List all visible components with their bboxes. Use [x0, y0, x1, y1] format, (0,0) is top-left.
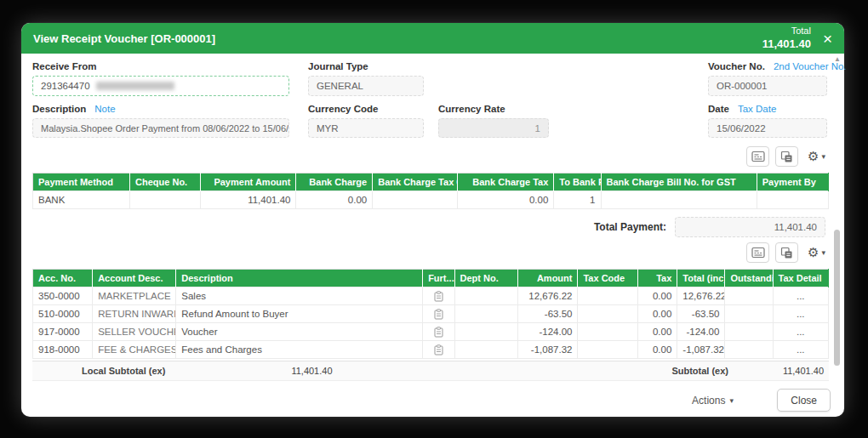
cell-tax-detail[interactable]: ...	[773, 287, 828, 305]
receive-from-label: Receive From	[32, 61, 96, 71]
view-receipt-voucher-modal: View Receipt Voucher [OR-000001] Total 1…	[21, 23, 844, 417]
cell-tax-detail[interactable]: ...	[773, 341, 828, 359]
scrollbar-thumb[interactable]	[834, 230, 840, 366]
close-icon[interactable]: ×	[823, 31, 832, 47]
lines-table-header-row: Acc. No. Account Desc. Description Furt.…	[33, 270, 829, 287]
description-field[interactable]: Malaysia.Shopee Order Payment from 08/06…	[32, 118, 289, 138]
col-amount[interactable]: Amount	[518, 270, 578, 287]
line-row: 510-0000 RETURN INWARDS Refund Amount to…	[33, 305, 829, 323]
close-button[interactable]: Close	[777, 389, 831, 412]
cell-tax-detail[interactable]: ...	[773, 323, 828, 341]
cell-account-desc: RETURN INWARDS	[93, 305, 176, 323]
col-further[interactable]: Furt...	[423, 270, 454, 287]
cell-bank-charge-tax-code	[373, 191, 458, 209]
cell-acc-no: 350-0000	[33, 287, 93, 305]
cell-bank-charge: 0.00	[296, 191, 373, 209]
col-outstanding[interactable]: Outstanding ...	[725, 270, 773, 287]
cell-further[interactable]	[423, 341, 454, 359]
cell-outstanding	[725, 287, 773, 305]
cell-acc-no: 918-0000	[33, 341, 93, 359]
local-subtotal-label: Local Subtotal (ex)	[82, 366, 165, 376]
col-tax-code[interactable]: Tax Code	[578, 270, 637, 287]
total-payment-value: 11,401.40	[774, 222, 817, 232]
col-payment-by[interactable]: Payment By	[757, 173, 828, 191]
copy-column-button[interactable]	[775, 146, 798, 167]
line-row: 917-0000 SELLER VOUCHER Voucher -124.00	[33, 323, 829, 341]
col-acc-no[interactable]: Acc. No.	[33, 270, 93, 287]
subtotal-value: 11,401.40	[728, 366, 829, 376]
grid-settings-button[interactable]: ⚙ ▾	[808, 149, 825, 164]
col-description[interactable]: Description	[176, 270, 423, 287]
cell-account-desc: FEE & CHARGES	[93, 341, 176, 359]
cell-tax-code	[578, 287, 637, 305]
card-view-button[interactable]	[746, 146, 769, 167]
cell-further[interactable]	[423, 323, 454, 341]
header-total-value: 11,401.40	[762, 37, 811, 51]
cell-total-inc: -63.50	[677, 305, 725, 323]
cell-tax: 0.00	[637, 323, 677, 341]
currency-code-field[interactable]: MYR	[308, 118, 424, 138]
subtotal-label: Subtotal (ex)	[671, 366, 728, 376]
date-field[interactable]: 15/06/2022	[708, 118, 827, 138]
subtotal-bar: Local Subtotal (ex) 11,401.40 Subtotal (…	[32, 361, 829, 381]
tax-date-link[interactable]: Tax Date	[738, 104, 776, 114]
cell-further[interactable]	[423, 287, 454, 305]
cell-cheque-no	[130, 191, 201, 209]
col-dept-no[interactable]: Dept No.	[454, 270, 518, 287]
col-bank-charge-bill-no[interactable]: Bank Charge Bill No. for GST	[601, 173, 757, 191]
description-label: Description	[32, 104, 86, 114]
copy-column-button-2[interactable]	[775, 242, 798, 263]
scroll-up-icon[interactable]: ▲	[832, 55, 842, 63]
cell-payment-amount: 11,401.40	[201, 191, 296, 209]
cell-tax-code	[578, 341, 637, 359]
cell-acc-no: 917-0000	[33, 323, 93, 341]
receive-from-group: Receive From 291364470	[32, 61, 289, 96]
date-value: 15/06/2022	[717, 123, 766, 134]
journal-type-group: Journal Type GENERAL	[308, 61, 424, 96]
col-bank-charge-tax[interactable]: Bank Charge Tax	[458, 173, 554, 191]
currency-rate-field[interactable]: 1	[438, 118, 549, 138]
cell-amount: -124.00	[518, 323, 578, 341]
col-payment-method[interactable]: Payment Method	[33, 173, 130, 191]
col-payment-amount[interactable]: Payment Amount	[201, 173, 296, 191]
actions-button[interactable]: Actions ▾	[692, 395, 734, 407]
col-bank-charge-tax-code[interactable]: Bank Charge Tax Code	[373, 173, 458, 191]
col-tax-detail[interactable]: Tax Detail	[773, 270, 828, 287]
col-bank-charge[interactable]: Bank Charge	[296, 173, 373, 191]
journal-type-field[interactable]: GENERAL	[308, 76, 424, 96]
close-button-label: Close	[791, 395, 817, 407]
journal-type-label: Journal Type	[308, 61, 368, 71]
col-tax[interactable]: Tax	[637, 270, 677, 287]
cell-tax: 0.00	[637, 341, 677, 359]
cell-dept-no	[454, 305, 518, 323]
vertical-scrollbar[interactable]: ▲	[832, 55, 842, 388]
cell-tax: 0.00	[637, 287, 677, 305]
cell-tax-detail[interactable]: ...	[773, 305, 828, 323]
card-view-button-2[interactable]	[746, 242, 769, 263]
redacted-text	[96, 82, 174, 90]
payment-table-header-row: Payment Method Cheque No. Payment Amount…	[33, 173, 829, 191]
cell-payment-by	[757, 191, 828, 209]
header-total: Total 11,401.40	[762, 26, 811, 51]
cell-further[interactable]	[423, 305, 454, 323]
col-cheque-no[interactable]: Cheque No.	[130, 173, 201, 191]
voucher-no-field[interactable]: OR-000001	[708, 76, 827, 96]
col-account-desc[interactable]: Account Desc.	[93, 270, 176, 287]
payment-table: Payment Method Cheque No. Payment Amount…	[32, 173, 829, 209]
col-total-inc[interactable]: Total (inc)	[677, 270, 725, 287]
grid-settings-button-2[interactable]: ⚙ ▾	[808, 245, 825, 260]
header-total-label: Total	[762, 26, 811, 37]
chevron-down-icon: ▾	[821, 152, 825, 161]
payment-table-row: BANK 11,401.40 0.00 0.00 1	[33, 191, 829, 209]
currency-rate-group: Currency Rate 1	[438, 104, 549, 138]
voucher-no-label: Voucher No.	[708, 61, 765, 71]
cell-outstanding	[725, 305, 773, 323]
actions-label: Actions	[692, 395, 725, 407]
cell-payment-method: BANK	[33, 191, 130, 209]
currency-code-value: MYR	[317, 123, 339, 134]
col-to-bank-rate[interactable]: To Bank Rate	[554, 173, 601, 191]
currency-code-label: Currency Code	[308, 104, 378, 114]
receive-from-field[interactable]: 291364470	[32, 76, 289, 96]
note-link[interactable]: Note	[94, 104, 115, 114]
modal-header: View Receipt Voucher [OR-000001] Total 1…	[21, 23, 844, 54]
